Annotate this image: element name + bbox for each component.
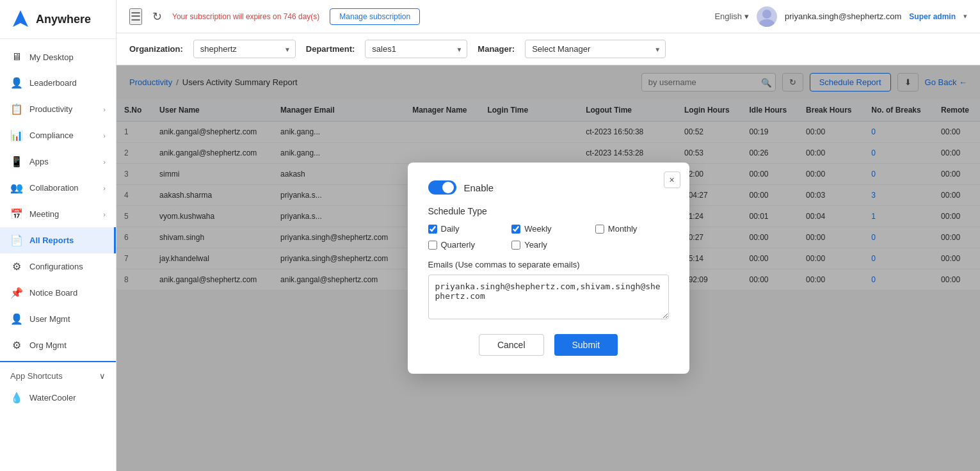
sidebar-item-configurations[interactable]: ⚙ Configurations [0, 253, 116, 280]
modal-close-button[interactable]: × [664, 172, 680, 188]
sidebar-item-compliance[interactable]: 📊 Compliance › [0, 122, 116, 148]
monthly-checkbox[interactable] [595, 225, 604, 234]
sidebar-item-my-desktop[interactable]: 🖥 My Desktop [0, 44, 116, 70]
sidebar-item-watercooler[interactable]: 💧 WaterCooler [0, 385, 116, 411]
productivity-icon: 📋 [10, 103, 23, 115]
watercooler-icon: 💧 [10, 392, 23, 404]
sidebar-item-label: Org Mgmt [29, 340, 67, 350]
manager-select-wrapper: Select Manager [525, 40, 666, 58]
modal-buttons: Cancel Submit [428, 334, 669, 356]
sidebar-item-label: Collaboration [29, 183, 79, 193]
enable-toggle-row: Enable [428, 180, 669, 195]
manager-select[interactable]: Select Manager [525, 40, 666, 58]
sidebar-item-all-reports[interactable]: 📄 All Reports [0, 227, 116, 253]
submit-button[interactable]: Submit [554, 334, 618, 356]
daily-label: Daily [441, 224, 460, 234]
svg-point-2 [759, 19, 775, 27]
configurations-icon: ⚙ [10, 260, 23, 273]
email-textarea[interactable]: priyanka.singh@shephertz.com,shivam.sing… [428, 275, 669, 319]
manage-subscription-button[interactable]: Manage subscription [330, 8, 420, 25]
yearly-checkbox[interactable] [511, 241, 520, 250]
sidebar-item-apps[interactable]: 📱 Apps › [0, 148, 116, 175]
quarterly-checkbox[interactable] [428, 241, 437, 250]
chevron-right-icon: › [103, 158, 106, 166]
sidebar-item-meeting[interactable]: 📅 Meeting › [0, 201, 116, 227]
main-content: ☰ ↻ Your subscription will expires on 74… [116, 0, 980, 471]
svg-point-1 [762, 10, 771, 19]
filter-bar: Organization: shephertz Department: sale… [116, 33, 980, 65]
toggle-slider [428, 180, 456, 195]
avatar [757, 6, 777, 27]
collaboration-icon: 👥 [10, 182, 23, 194]
manager-label: Manager: [478, 44, 515, 54]
schedule-type-label: Schedule Type [428, 206, 669, 216]
sidebar-item-label: Notice Board [29, 288, 77, 298]
chevron-right-icon: › [103, 106, 106, 113]
org-select[interactable]: shephertz [193, 40, 296, 58]
logo-icon [10, 9, 31, 29]
hamburger-menu-button[interactable]: ☰ [129, 8, 142, 25]
leaderboard-icon: 👤 [10, 77, 23, 89]
daily-checkbox[interactable] [428, 225, 437, 234]
email-label: Emails (Use commas to separate emails) [428, 260, 669, 269]
modal-overlay: × Enable Schedule Type Dai [116, 65, 980, 471]
monthly-label: Monthly [608, 224, 638, 234]
sidebar-item-collaboration[interactable]: 👥 Collaboration › [0, 175, 116, 201]
checkbox-yearly[interactable]: Yearly [511, 240, 585, 250]
dept-select-wrapper: sales1 [365, 40, 467, 58]
sidebar-item-label: WaterCooler [29, 393, 76, 403]
chevron-right-icon: › [103, 184, 106, 192]
checkbox-quarterly[interactable]: Quarterly [428, 240, 502, 250]
sidebar-item-label: Productivity [29, 104, 72, 114]
sidebar-item-productivity[interactable]: 📋 Productivity › [0, 96, 116, 122]
sidebar-item-user-mgmt[interactable]: 👤 User Mgmt [0, 306, 116, 332]
language-label: English [714, 12, 742, 21]
user-menu-chevron[interactable]: ▾ [963, 12, 967, 20]
enable-toggle[interactable] [428, 180, 456, 195]
weekly-checkbox[interactable] [511, 225, 520, 234]
sidebar-item-label: Meeting [29, 209, 59, 219]
compliance-icon: 📊 [10, 129, 23, 141]
apps-icon: 📱 [10, 156, 23, 168]
svg-marker-0 [13, 10, 28, 27]
meeting-icon: 📅 [10, 208, 23, 220]
refresh-icon[interactable]: ↻ [152, 10, 162, 24]
chevron-right-icon: › [103, 132, 106, 140]
user-email: priyanka.singh@shephertz.com [785, 12, 901, 21]
topbar-right: English ▾ priyanka.singh@shephertz.com S… [714, 6, 967, 27]
org-mgmt-icon: ⚙ [10, 339, 23, 351]
sidebar-item-label: My Desktop [29, 52, 74, 62]
yearly-label: Yearly [524, 240, 547, 250]
sidebar-item-leaderboard[interactable]: 👤 Leaderboard [0, 70, 116, 96]
quarterly-label: Quarterly [441, 240, 475, 250]
cancel-button[interactable]: Cancel [479, 334, 544, 356]
enable-label: Enable [464, 182, 494, 193]
sidebar-item-label: Configurations [29, 262, 83, 271]
sidebar-item-label: Apps [29, 157, 49, 166]
sidebar-logo: Anywhere [0, 0, 116, 39]
all-reports-icon: 📄 [10, 234, 23, 246]
dept-label: Department: [306, 44, 355, 54]
sidebar-item-notice-board[interactable]: 📌 Notice Board [0, 280, 116, 306]
notice-board-icon: 📌 [10, 287, 23, 299]
desktop-icon: 🖥 [10, 51, 23, 63]
sidebar-item-label: User Mgmt [29, 314, 70, 324]
weekly-label: Weekly [524, 224, 551, 234]
chevron-down-icon: ∨ [99, 371, 106, 381]
sidebar-item-org-mgmt[interactable]: ⚙ Org Mgmt [0, 332, 116, 358]
language-selector[interactable]: English ▾ [714, 12, 749, 21]
sidebar-nav: 🖥 My Desktop 👤 Leaderboard 📋 Productivit… [0, 39, 116, 471]
checkbox-weekly[interactable]: Weekly [511, 224, 585, 234]
app-shortcuts-header[interactable]: App Shortcuts ∨ [0, 365, 116, 385]
chevron-down-icon: ▾ [744, 12, 749, 21]
topbar: ☰ ↻ Your subscription will expires on 74… [116, 0, 980, 33]
super-admin-badge: Super admin [909, 12, 956, 21]
chevron-right-icon: › [103, 211, 106, 218]
checkbox-daily[interactable]: Daily [428, 224, 502, 234]
subscription-notice: Your subscription will expires on 746 da… [172, 12, 319, 21]
dept-select[interactable]: sales1 [365, 40, 467, 58]
checkbox-monthly[interactable]: Monthly [595, 224, 669, 234]
nav-divider [0, 361, 116, 362]
app-shortcuts-label: App Shortcuts [10, 371, 63, 381]
logo-text: Anywhere [36, 13, 91, 26]
